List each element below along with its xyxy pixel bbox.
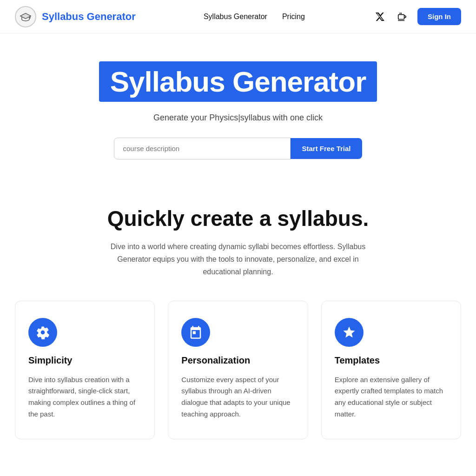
hero-section: Syllabus Generator Generate your Physics… <box>0 33 476 178</box>
simplicity-icon <box>28 318 57 347</box>
card-templates: Templates Explore an extensive gallery o… <box>321 301 461 439</box>
course-description-input[interactable] <box>114 138 291 159</box>
hero-title: Syllabus Generator <box>110 65 366 98</box>
features-heading: Quickly create a syllabus. <box>107 206 369 231</box>
card-personalization: Personalization Customize every aspect o… <box>168 301 308 439</box>
navbar: Syllabus Generator Syllabus Generator Pr… <box>0 0 476 33</box>
templates-icon <box>335 318 364 347</box>
card-simplicity-title: Simplicity <box>28 355 141 366</box>
personalization-icon <box>181 318 210 347</box>
logo-icon <box>15 6 36 27</box>
navbar-links: Syllabus Generator Pricing <box>204 13 305 21</box>
nav-link-pricing[interactable]: Pricing <box>282 13 305 21</box>
brand-name: Syllabus Generator <box>42 11 136 23</box>
start-free-trial-button[interactable]: Start Free Trial <box>291 138 362 159</box>
card-personalization-title: Personalization <box>181 355 294 366</box>
nav-link-syllabus[interactable]: Syllabus Generator <box>204 13 267 21</box>
features-section: Quickly create a syllabus. Dive into a w… <box>0 178 476 458</box>
coffee-icon-button[interactable] <box>395 10 409 24</box>
navbar-actions: Sign In <box>373 8 461 25</box>
navbar-brand-area: Syllabus Generator <box>15 6 136 27</box>
card-templates-body: Explore an extensive gallery of expertly… <box>335 374 448 420</box>
card-simplicity-body: Dive into syllabus creation with a strai… <box>28 374 141 420</box>
svg-rect-1 <box>398 14 404 19</box>
card-personalization-body: Customize every aspect of your syllabus … <box>181 374 294 420</box>
features-description: Dive into a world where creating dynamic… <box>108 240 368 278</box>
card-simplicity: Simplicity Dive into syllabus creation w… <box>15 301 155 439</box>
hero-input-row: Start Free Trial <box>114 138 362 159</box>
sign-in-button[interactable]: Sign In <box>417 8 461 25</box>
card-templates-title: Templates <box>335 355 448 366</box>
hero-title-wrapper: Syllabus Generator <box>99 61 377 102</box>
feature-cards-row: Simplicity Dive into syllabus creation w… <box>15 301 461 439</box>
twitter-icon-button[interactable] <box>373 10 387 24</box>
hero-subtitle: Generate your Physics|syllabus with one … <box>153 113 323 123</box>
